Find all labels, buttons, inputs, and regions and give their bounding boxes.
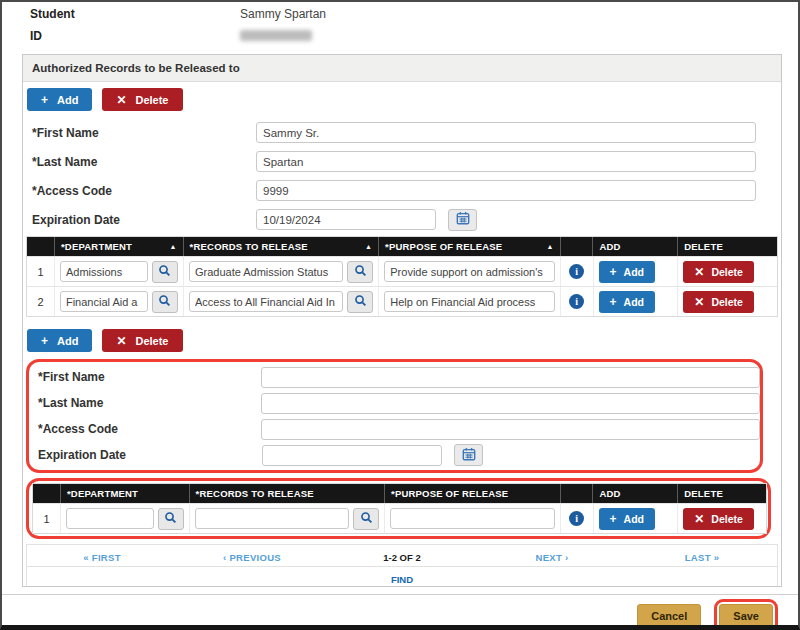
- access-code-label: *Access Code: [38, 422, 261, 436]
- plus-icon: +: [610, 512, 617, 526]
- pagination-links-row: « FIRST ‹ PREVIOUS 1-2 OF 2 NEXT › LAST …: [26, 544, 778, 567]
- row-number-header: [27, 237, 55, 256]
- previous-page-link[interactable]: ‹ PREVIOUS: [223, 552, 281, 563]
- search-icon: [164, 511, 177, 527]
- row-number: 1: [27, 257, 55, 286]
- calendar-icon: [462, 447, 476, 464]
- plus-icon: +: [41, 93, 48, 107]
- student-name: Sammy Spartan: [240, 7, 326, 21]
- info-icon[interactable]: i: [569, 294, 584, 309]
- section-title: Authorized Records to be Released to: [23, 55, 781, 82]
- records-to-release-field[interactable]: [189, 291, 343, 312]
- x-icon: ✕: [116, 93, 126, 107]
- records-lookup-button[interactable]: [353, 508, 379, 530]
- row-delete-button[interactable]: ✕ Delete: [683, 508, 754, 530]
- save-button-highlight: Save: [714, 599, 778, 630]
- purpose-of-release-field[interactable]: [384, 261, 554, 282]
- last-name-row: *Last Name: [26, 147, 778, 176]
- sort-ascending-icon: ▲: [169, 243, 176, 250]
- student-label: Student: [30, 7, 240, 21]
- save-button[interactable]: Save: [719, 604, 773, 628]
- cancel-button[interactable]: Cancel: [637, 604, 701, 628]
- records-to-release-field[interactable]: [189, 261, 343, 282]
- last-name-field[interactable]: [256, 151, 756, 172]
- department-lookup-button[interactable]: [152, 291, 178, 313]
- row-number: 2: [27, 287, 55, 316]
- department-field[interactable]: [60, 291, 148, 312]
- find-row: FIND: [26, 567, 778, 587]
- first-name-row: *First Name: [32, 364, 760, 390]
- delete-button[interactable]: ✕ Delete: [102, 88, 182, 111]
- search-icon: [158, 294, 171, 310]
- records-grid: *DEPARTMENT ▲ *RECORDS TO RELEASE ▲ *PUR…: [26, 236, 778, 317]
- sort-ascending-icon: ▲: [546, 243, 553, 250]
- last-name-row: *Last Name: [32, 390, 760, 416]
- department-field[interactable]: [66, 508, 154, 529]
- toolbar-bottom: + Add ✕ Delete: [27, 329, 778, 352]
- purpose-of-release-header[interactable]: *PURPOSE OF RELEASE ▲: [379, 237, 560, 256]
- table-row: 1: [27, 256, 777, 286]
- first-page-link[interactable]: « FIRST: [83, 552, 120, 563]
- records-to-release-field[interactable]: [195, 508, 349, 529]
- info-column-header: [561, 484, 594, 503]
- next-page-link[interactable]: NEXT ›: [536, 552, 569, 563]
- first-name-row: *First Name: [26, 118, 778, 147]
- purpose-of-release-field[interactable]: [384, 291, 554, 312]
- row-delete-button[interactable]: ✕ Delete: [683, 291, 754, 313]
- table-row: 1: [33, 503, 766, 533]
- last-name-field[interactable]: [261, 393, 760, 414]
- first-name-field[interactable]: [256, 122, 756, 143]
- first-name-field[interactable]: [261, 367, 760, 388]
- records-lookup-button[interactable]: [347, 291, 373, 313]
- purpose-of-release-field[interactable]: [390, 508, 554, 529]
- x-icon: ✕: [694, 295, 704, 309]
- last-page-link[interactable]: LAST »: [685, 552, 720, 563]
- info-icon[interactable]: i: [569, 264, 584, 279]
- purpose-of-release-header: *PURPOSE OF RELEASE: [385, 484, 561, 503]
- row-add-button[interactable]: + Add: [599, 291, 655, 313]
- plus-icon: +: [610, 295, 617, 309]
- id-value-redacted: [240, 30, 312, 41]
- calendar-button[interactable]: [448, 209, 477, 231]
- row-add-button[interactable]: + Add: [599, 508, 655, 530]
- expiration-date-label: Expiration Date: [32, 213, 256, 227]
- access-code-field[interactable]: [261, 419, 760, 440]
- records-to-release-header[interactable]: *RECORDS TO RELEASE ▲: [184, 237, 379, 256]
- find-link[interactable]: FIND: [391, 574, 413, 585]
- add-column-header: ADD: [593, 237, 678, 256]
- first-name-label: *First Name: [32, 126, 256, 140]
- sort-ascending-icon: ▲: [365, 243, 372, 250]
- add-button[interactable]: + Add: [27, 88, 92, 111]
- department-field[interactable]: [60, 261, 148, 282]
- records-lookup-button[interactable]: [347, 261, 373, 283]
- expiration-date-row: Expiration Date: [32, 442, 760, 468]
- access-code-row: *Access Code: [32, 416, 760, 442]
- records-grid-header: *DEPARTMENT *RECORDS TO RELEASE *PURPOSE…: [33, 484, 766, 503]
- pagination: « FIRST ‹ PREVIOUS 1-2 OF 2 NEXT › LAST …: [26, 544, 778, 587]
- last-name-label: *Last Name: [38, 396, 261, 410]
- access-code-field[interactable]: [256, 180, 756, 201]
- row-delete-button[interactable]: ✕ Delete: [683, 261, 754, 283]
- plus-icon: +: [41, 334, 48, 348]
- records-to-release-header: *RECORDS TO RELEASE: [190, 484, 385, 503]
- info-column-header: [561, 237, 594, 256]
- expiration-date-field[interactable]: [262, 445, 442, 466]
- search-icon: [360, 511, 373, 527]
- calendar-button[interactable]: [454, 444, 483, 466]
- last-name-label: *Last Name: [32, 155, 256, 169]
- department-lookup-button[interactable]: [158, 508, 184, 530]
- id-row: ID: [30, 29, 312, 43]
- toolbar-top: + Add ✕ Delete: [27, 88, 778, 111]
- department-header[interactable]: *DEPARTMENT ▲: [55, 237, 184, 256]
- new-record-grid-highlight: *DEPARTMENT *RECORDS TO RELEASE *PURPOSE…: [26, 478, 771, 539]
- delete-button[interactable]: ✕ Delete: [102, 329, 182, 352]
- access-code-row: *Access Code: [26, 176, 778, 205]
- search-icon: [354, 264, 367, 280]
- department-lookup-button[interactable]: [152, 261, 178, 283]
- expiration-date-field[interactable]: [256, 209, 436, 230]
- delete-column-header: DELETE: [678, 237, 777, 256]
- add-button[interactable]: + Add: [27, 329, 92, 352]
- info-icon[interactable]: i: [569, 511, 584, 526]
- id-label: ID: [30, 29, 240, 43]
- row-add-button[interactable]: + Add: [599, 261, 655, 283]
